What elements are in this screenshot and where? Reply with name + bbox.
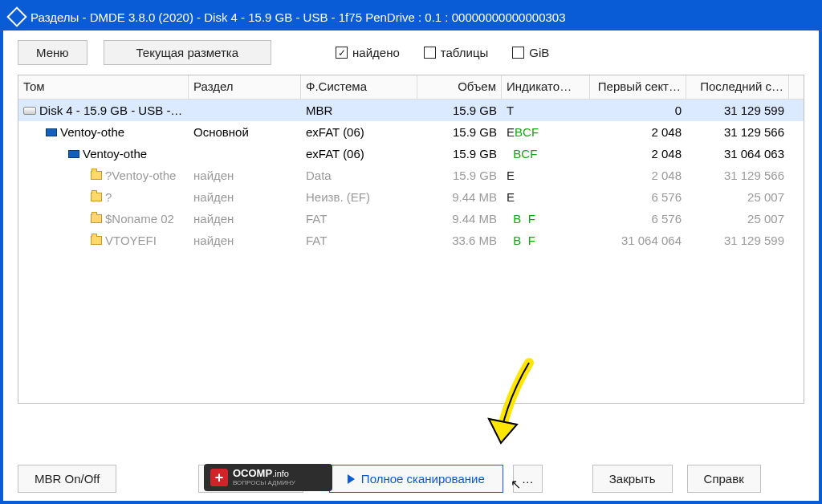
first-sector: 2 048	[590, 123, 686, 141]
filesystem: Неизв. (EF)	[301, 188, 417, 206]
more-button[interactable]: …	[513, 465, 543, 493]
chk-found[interactable]: ✓найдено	[336, 46, 400, 59]
checkbox-icon	[424, 47, 436, 59]
table-row[interactable]: ?Ventoy-otheнайденData15.9 GBE2 04831 12…	[18, 165, 804, 186]
open-volume-button[interactable]: Открыть том	[198, 465, 303, 493]
table-row[interactable]: ?найденНеизв. (EF)9.44 MBE6 57625 007	[18, 186, 804, 208]
volume-name: ?	[105, 190, 112, 204]
help-button[interactable]: Справк	[687, 465, 761, 493]
col-first-sector[interactable]: Первый сект…	[590, 75, 686, 99]
volume-name: ?Ventoy-othe	[105, 169, 176, 182]
volume-name: Disk 4 - 15.9 GB - USB -…	[39, 104, 182, 117]
last-sector: 31 129 599	[686, 231, 789, 250]
size: 9.44 MB	[417, 209, 502, 228]
size: 15.9 GB	[417, 166, 502, 185]
volume-name: $Noname 02	[105, 212, 174, 226]
toolbar: Меню Текущая разметка ✓найдено таблицы G…	[3, 30, 819, 71]
table-row[interactable]: VTOYEFIнайденFAT33.6 MB B F31 064 06431 …	[18, 230, 804, 251]
titlebar: Разделы - DMDE 3.8.0 (2020) - Disk 4 - 1…	[3, 3, 819, 30]
indicators: T	[502, 101, 590, 120]
partition-type: найден	[189, 188, 301, 206]
volume-name: VTOYEFI	[105, 234, 157, 247]
size: 9.44 MB	[417, 188, 502, 206]
col-size[interactable]: Объем	[417, 75, 502, 99]
volume-name: Ventoy-othe	[83, 147, 147, 161]
last-sector: 31 129 566	[686, 166, 789, 185]
partition-type	[189, 152, 301, 156]
size: 33.6 MB	[417, 231, 502, 250]
indicators: B F	[502, 231, 590, 250]
last-sector: 25 007	[686, 209, 789, 228]
mbr-onoff-button[interactable]: MBR On/Off	[18, 465, 116, 493]
indicators: E	[502, 166, 590, 185]
current-layout-button[interactable]: Текущая разметка	[104, 40, 272, 65]
col-fs[interactable]: Ф.Система	[301, 75, 417, 99]
table-row[interactable]: Disk 4 - 15.9 GB - USB -…MBR15.9 GBT031 …	[18, 100, 804, 121]
indicators: E	[502, 188, 590, 206]
table-row[interactable]: Ventoy-otheexFAT (06)15.9 GB BCF2 04831 …	[18, 143, 804, 165]
last-sector: 25 007	[686, 188, 789, 206]
checkbox-group: ✓найдено таблицы GiB	[336, 46, 549, 59]
partition-type: найден	[189, 231, 301, 250]
col-partition[interactable]: Раздел	[189, 75, 301, 99]
menu-button[interactable]: Меню	[18, 40, 87, 65]
checkbox-icon	[512, 47, 524, 59]
filesystem: exFAT (06)	[301, 123, 417, 141]
partition-type: Основной	[189, 123, 301, 141]
footer-buttons: MBR On/Off Открыть том Полное сканирован…	[18, 465, 819, 493]
filesystem: FAT	[301, 231, 417, 250]
col-last-sector[interactable]: Последний с…	[686, 75, 789, 99]
table-row[interactable]: Ventoy-otheОсновнойexFAT (06)15.9 GBEBCF…	[18, 121, 804, 143]
partition-type: найден	[189, 166, 301, 185]
indicators: EBCF	[502, 123, 590, 141]
chk-tables[interactable]: таблицы	[424, 46, 488, 59]
size: 15.9 GB	[417, 101, 502, 120]
play-icon	[348, 474, 355, 484]
indicators: B F	[502, 209, 590, 228]
table-body: Disk 4 - 15.9 GB - USB -…MBR15.9 GBT031 …	[18, 100, 804, 251]
partition-type: найден	[189, 209, 301, 228]
col-indicators[interactable]: Индикато…	[502, 75, 590, 99]
filesystem: exFAT (06)	[301, 144, 417, 163]
col-volume[interactable]: Том	[18, 75, 189, 99]
last-sector: 31 129 566	[686, 123, 789, 141]
volume-name: Ventoy-othe	[60, 125, 124, 139]
indicators: BCF	[502, 144, 590, 163]
filesystem: Data	[301, 166, 417, 185]
table-row[interactable]: $Noname 02найденFAT9.44 MB B F6 57625 00…	[18, 208, 804, 230]
last-sector: 31 129 599	[686, 101, 789, 120]
filesystem: FAT	[301, 209, 417, 228]
checkbox-icon: ✓	[336, 47, 348, 59]
table-header: Том Раздел Ф.Система Объем Индикато… Пер…	[18, 75, 804, 100]
filesystem: MBR	[301, 101, 417, 120]
last-sector: 31 064 063	[686, 144, 789, 163]
size: 15.9 GB	[417, 144, 502, 163]
first-sector: 2 048	[590, 166, 686, 185]
partition-table: Том Раздел Ф.Система Объем Индикато… Пер…	[18, 75, 804, 404]
first-sector: 2 048	[590, 144, 686, 163]
partition-type	[189, 108, 301, 113]
close-button[interactable]: Закрыть	[592, 465, 673, 493]
first-sector: 6 576	[590, 209, 686, 228]
full-scan-button[interactable]: Полное сканирование	[329, 465, 503, 493]
first-sector: 0	[590, 101, 686, 120]
chk-gib[interactable]: GiB	[512, 46, 549, 59]
size: 15.9 GB	[417, 123, 502, 141]
app-icon	[6, 6, 26, 26]
first-sector: 31 064 064	[590, 231, 686, 250]
first-sector: 6 576	[590, 188, 686, 206]
window-title: Разделы - DMDE 3.8.0 (2020) - Disk 4 - 1…	[31, 10, 566, 24]
